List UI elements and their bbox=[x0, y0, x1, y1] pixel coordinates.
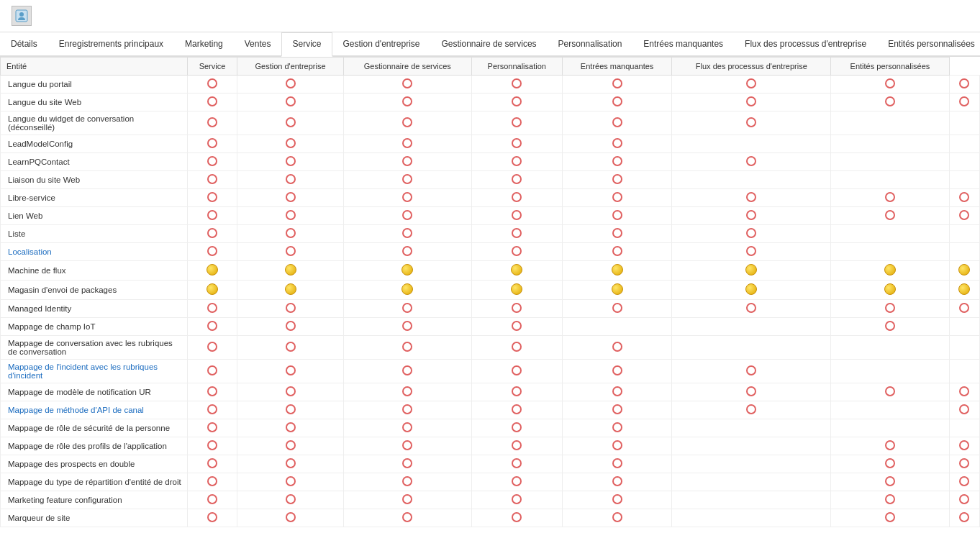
table-row: Liste bbox=[1, 225, 980, 243]
table-row: Langue du widget de conversation (décons… bbox=[1, 111, 980, 135]
permission-cell bbox=[831, 360, 949, 383]
tab-entit-s-personnalis-es[interactable]: Entités personnalisées bbox=[877, 32, 980, 55]
red-circle-icon bbox=[402, 192, 412, 202]
tab-d-tails[interactable]: Détails bbox=[0, 32, 48, 55]
red-circle-icon bbox=[512, 228, 522, 238]
red-circle-icon bbox=[512, 422, 522, 432]
red-circle-icon bbox=[746, 246, 756, 256]
red-circle-icon bbox=[207, 386, 217, 396]
permission-cell bbox=[344, 318, 472, 336]
red-circle-icon bbox=[207, 321, 217, 331]
permission-cell bbox=[471, 318, 562, 336]
tab-personnalisation[interactable]: Personnalisation bbox=[548, 32, 633, 55]
permission-cell bbox=[672, 509, 831, 527]
permission-cell bbox=[562, 243, 671, 261]
permission-cell bbox=[949, 207, 979, 225]
table-row: Mappage de méthode d'API de canal bbox=[1, 401, 980, 419]
permission-cell bbox=[672, 171, 831, 189]
permission-cell bbox=[471, 300, 562, 318]
tab-marketing[interactable]: Marketing bbox=[174, 32, 234, 55]
permission-cell bbox=[831, 509, 949, 527]
red-circle-icon bbox=[959, 458, 969, 468]
permission-cell bbox=[188, 171, 237, 189]
red-circle-icon bbox=[746, 404, 756, 414]
permission-cell bbox=[237, 383, 344, 401]
permission-cell bbox=[831, 261, 949, 281]
permission-cell bbox=[949, 437, 979, 455]
permission-cell bbox=[237, 336, 344, 360]
red-circle-icon bbox=[207, 192, 217, 202]
tab-enregistrements-principaux[interactable]: Enregistrements principaux bbox=[48, 32, 174, 55]
tab-ventes[interactable]: Ventes bbox=[234, 32, 282, 55]
permission-cell bbox=[831, 76, 949, 94]
permission-cell bbox=[949, 491, 979, 509]
permission-cell bbox=[344, 189, 472, 207]
red-circle-icon bbox=[959, 386, 969, 396]
permission-cell bbox=[831, 281, 949, 300]
entity-link[interactable]: Mappage de l'incident avec les rubriques… bbox=[8, 363, 158, 380]
entity-name: Mappage de rôle de sécurité de la person… bbox=[1, 419, 188, 437]
table-row: Mappage de l'incident avec les rubriques… bbox=[1, 360, 980, 383]
permission-cell bbox=[344, 261, 472, 281]
svg-point-1 bbox=[19, 12, 24, 17]
red-circle-icon bbox=[885, 96, 895, 106]
tab-service[interactable]: Service bbox=[281, 32, 332, 57]
tab-gestion-d-entreprise[interactable]: Gestion d'entreprise bbox=[332, 32, 431, 55]
entity-name: Libre-service bbox=[1, 189, 188, 207]
permission-cell bbox=[672, 419, 831, 437]
entity-name[interactable]: Mappage de l'incident avec les rubriques… bbox=[1, 360, 188, 383]
red-circle-icon bbox=[612, 404, 622, 414]
permission-cell bbox=[471, 207, 562, 225]
red-circle-icon bbox=[612, 342, 622, 352]
permission-cell bbox=[949, 76, 979, 94]
red-circle-icon bbox=[746, 96, 756, 106]
red-circle-icon bbox=[207, 494, 217, 504]
permission-cell bbox=[562, 171, 671, 189]
permission-cell bbox=[672, 281, 831, 300]
permission-cell bbox=[831, 437, 949, 455]
yellow-circle-icon bbox=[285, 283, 296, 295]
tab-gestionnaire-de-services[interactable]: Gestionnaire de services bbox=[431, 32, 548, 55]
red-circle-icon bbox=[207, 210, 217, 220]
permission-cell bbox=[831, 207, 949, 225]
entity-name[interactable]: Mappage de méthode d'API de canal bbox=[1, 401, 188, 419]
red-circle-icon bbox=[512, 156, 522, 166]
red-circle-icon bbox=[612, 138, 622, 148]
red-circle-icon bbox=[959, 96, 969, 106]
permission-cell bbox=[672, 261, 831, 281]
red-circle-icon bbox=[612, 365, 622, 375]
red-circle-icon bbox=[512, 365, 522, 375]
permission-cell bbox=[672, 455, 831, 473]
entity-link[interactable]: Mappage de méthode d'API de canal bbox=[8, 406, 144, 414]
permission-cell bbox=[471, 360, 562, 383]
red-circle-icon bbox=[746, 365, 756, 375]
tab-entr-es-manquantes[interactable]: Entrées manquantes bbox=[632, 32, 734, 55]
permission-cell bbox=[949, 473, 979, 491]
red-circle-icon bbox=[612, 440, 622, 450]
col-header-3: Gestionnaire de services bbox=[344, 58, 472, 76]
permission-cell bbox=[831, 401, 949, 419]
permission-cell bbox=[831, 455, 949, 473]
permission-cell bbox=[188, 76, 237, 94]
entity-name[interactable]: Localisation bbox=[1, 243, 188, 261]
permission-cell bbox=[949, 281, 979, 300]
permission-cell bbox=[344, 111, 472, 135]
red-circle-icon bbox=[746, 156, 756, 166]
red-circle-icon bbox=[612, 303, 622, 313]
permission-cell bbox=[471, 401, 562, 419]
permission-cell bbox=[188, 360, 237, 383]
red-circle-icon bbox=[959, 192, 969, 202]
red-circle-icon bbox=[885, 476, 895, 486]
entity-link[interactable]: Localisation bbox=[8, 247, 52, 256]
red-circle-icon bbox=[402, 246, 412, 256]
red-circle-icon bbox=[512, 404, 522, 414]
permission-cell bbox=[344, 243, 472, 261]
permission-cell bbox=[344, 473, 472, 491]
permission-cell bbox=[188, 300, 237, 318]
entity-name: Marketing feature configuration bbox=[1, 491, 188, 509]
col-header-7: Entités personnalisées bbox=[831, 58, 949, 76]
permission-cell bbox=[237, 207, 344, 225]
tab-flux-des-processus-d-entreprise[interactable]: Flux des processus d'entreprise bbox=[734, 32, 877, 55]
red-circle-icon bbox=[286, 458, 296, 468]
content-area[interactable]: EntitéServiceGestion d'entrepriseGestion… bbox=[0, 57, 980, 536]
